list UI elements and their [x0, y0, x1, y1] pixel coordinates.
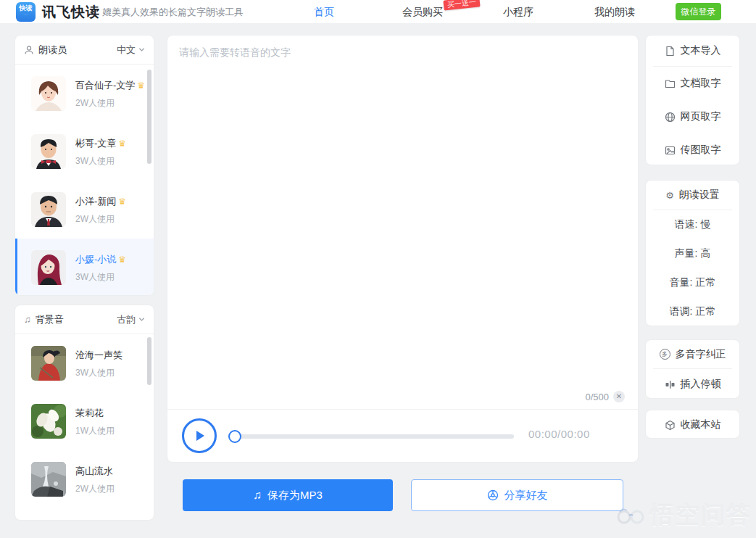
wechat-login-button[interactable]: 微信登录: [676, 3, 721, 20]
bgm-usage: 3W人使用: [75, 367, 122, 379]
reader-item-baihexianzi[interactable]: 百合仙子-文学♛ 2W人使用: [15, 65, 154, 123]
crown-icon: ♛: [137, 80, 145, 91]
chevron-down-icon: [138, 316, 145, 323]
bgm-name: 茉莉花: [75, 407, 104, 418]
image-icon: [665, 145, 676, 156]
bgm-cover: [31, 404, 66, 439]
play-icon: [192, 429, 207, 443]
language-filter-dropdown[interactable]: 中文: [117, 44, 145, 57]
bgm-usage: 2W人使用: [75, 483, 115, 495]
correction-tools-card: 多 多音字纠正 插入停顿: [645, 339, 740, 399]
nav-my-readings[interactable]: 我的朗读: [594, 0, 635, 24]
editor-card: 0/500 ✕ 00:00/00:00: [167, 35, 639, 463]
polyphone-icon: 多: [660, 349, 670, 360]
bgm-item-molihua[interactable]: 茉莉花 1W人使用: [15, 392, 154, 450]
reader-name: 彬哥-文章♛: [75, 138, 126, 149]
gear-icon: ⚙: [665, 190, 674, 201]
reader-avatar: [31, 250, 66, 285]
reader-usage: 3W人使用: [75, 271, 126, 284]
reader-name: 百合仙子-文学♛: [75, 80, 145, 91]
pause-insert-icon: [665, 379, 676, 390]
music-note-icon: ♫: [253, 489, 262, 502]
crown-icon: ♛: [118, 254, 126, 265]
reader-usage: 3W人使用: [75, 155, 126, 167]
nav-mini-program[interactable]: 小程序: [503, 0, 533, 24]
readers-panel-title: 朗读员: [38, 44, 117, 57]
nav-home[interactable]: 首页: [314, 0, 334, 24]
share-wheel-icon: [487, 489, 499, 501]
setting-pitch[interactable]: 语调: 正常: [646, 297, 739, 326]
reader-usage: 2W人使用: [75, 97, 145, 109]
bgm-panel-header: ♫ 背景音 古韵: [15, 305, 154, 334]
favorite-site-card: 收藏本站: [645, 410, 740, 439]
progress-slider[interactable]: [230, 434, 514, 439]
watermark-text: 悟空问答: [650, 499, 752, 531]
bgm-panel: ♫ 背景音 古韵 沧海一声笑 3W人使用: [14, 305, 154, 521]
gift-box-icon: [665, 420, 676, 431]
favorite-site-button[interactable]: 收藏本站: [646, 410, 739, 439]
app-title: 讯飞快读: [42, 0, 100, 24]
reader-name: 小洋-新闻♛: [75, 196, 126, 207]
reader-usage: 2W人使用: [75, 213, 126, 225]
time-display: 00:00/00:00: [528, 428, 590, 440]
read-settings-card: ⚙ 朗读设置 语速: 慢 声量: 高 音量: 正常 语调: 正常: [645, 180, 740, 326]
tool-polyphone-correction[interactable]: 多 多音字纠正: [646, 340, 739, 368]
tool-image-extract[interactable]: 传图取字: [646, 133, 739, 165]
bgm-scrollbar[interactable]: [147, 337, 151, 385]
music-note-icon: ♫: [24, 314, 31, 325]
bgm-name: 沧海一声笑: [75, 349, 122, 360]
save-mp3-button[interactable]: ♫ 保存为MP3: [183, 479, 393, 511]
import-tools-card: 文本导入 文档取字 网页取字 传图取字: [645, 35, 740, 165]
player-divider: [167, 409, 638, 410]
bgm-panel-title: 背景音: [36, 313, 117, 326]
setting-voice-volume[interactable]: 声量: 高: [646, 239, 739, 268]
readers-panel: 朗读员 中文 百合仙子-文学♛ 2W人使用: [14, 35, 154, 296]
promo-badge: 买一送一: [443, 0, 480, 11]
language-filter-value: 中文: [117, 44, 136, 57]
bgm-category-dropdown[interactable]: 古韵: [117, 313, 145, 326]
tool-doc-extract[interactable]: 文档取字: [646, 67, 739, 100]
logo-subtext: ·····: [16, 14, 36, 17]
tool-text-import[interactable]: 文本导入: [646, 36, 739, 66]
globe-icon: [665, 112, 676, 123]
bgm-item-gaoshanliushui[interactable]: 高山流水 2W人使用: [15, 450, 154, 508]
clear-text-button[interactable]: ✕: [613, 391, 625, 402]
slider-handle[interactable]: [228, 430, 241, 443]
tool-insert-pause[interactable]: 插入停顿: [646, 369, 739, 399]
bgm-cover: [31, 462, 66, 497]
setting-speed[interactable]: 语速: 慢: [646, 210, 739, 239]
readers-panel-header: 朗读员 中文: [15, 36, 154, 65]
nav-vip-purchase[interactable]: 会员购买: [402, 0, 443, 24]
reader-name: 小媛-小说♛: [75, 254, 126, 265]
char-counter: 0/500: [585, 392, 609, 402]
reader-avatar: [31, 76, 66, 111]
play-button[interactable]: [182, 418, 217, 453]
reader-item-xiaoyuan-selected[interactable]: 小媛-小说♛ 3W人使用: [15, 239, 154, 296]
bgm-cover: [31, 346, 66, 381]
tool-web-extract[interactable]: 网页取字: [646, 100, 739, 133]
top-header: 快读 ····· 讯飞快读 媲美真人效果的长篇文字朗读工具 首页 会员购买 买一…: [0, 0, 756, 24]
bgm-name: 高山流水: [75, 465, 113, 476]
reader-avatar: [31, 192, 66, 227]
folder-icon: [665, 78, 676, 89]
chevron-down-icon: [138, 46, 145, 53]
bgm-usage: 1W人使用: [75, 425, 115, 437]
share-button[interactable]: 分享好友: [411, 479, 623, 511]
document-icon: [665, 46, 676, 57]
reader-item-xiaoyang[interactable]: 小洋-新闻♛ 2W人使用: [15, 181, 154, 239]
crown-icon: ♛: [118, 196, 126, 207]
reader-avatar: [31, 134, 66, 169]
reader-item-binge[interactable]: 彬哥-文章♛ 3W人使用: [15, 123, 154, 181]
crown-icon: ♛: [118, 138, 126, 149]
setting-volume[interactable]: 音量: 正常: [646, 268, 739, 297]
watermark: 悟空问答: [615, 499, 752, 531]
app-tagline: 媲美真人效果的长篇文字朗读工具: [102, 0, 244, 24]
person-icon: [24, 45, 34, 55]
app-logo[interactable]: 快读 ·····: [16, 2, 36, 22]
bgm-category-value: 古韵: [117, 313, 136, 326]
readers-scrollbar[interactable]: [147, 70, 151, 164]
bgm-item-canghai[interactable]: 沧海一声笑 3W人使用: [15, 334, 154, 392]
text-input-area[interactable]: [179, 44, 628, 391]
logo-text: 快读: [16, 2, 36, 14]
read-settings-header[interactable]: ⚙ 朗读设置: [646, 181, 739, 210]
